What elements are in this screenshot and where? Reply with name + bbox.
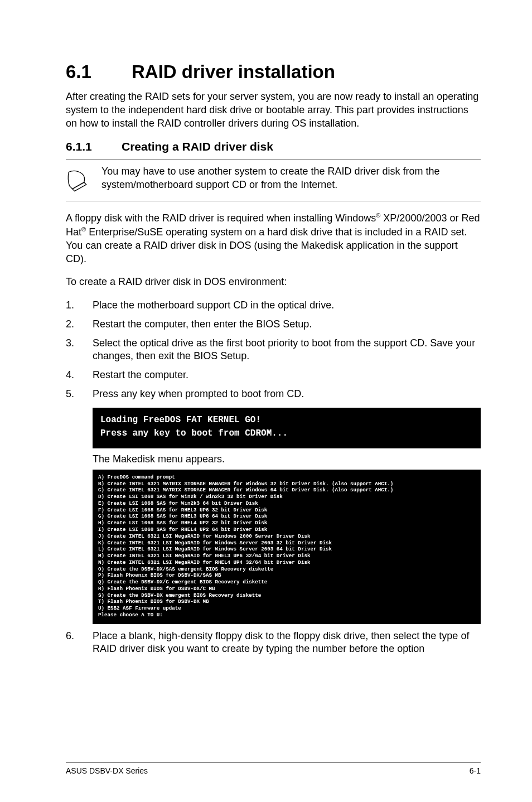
menu-line: F) Create LSI 1068 SAS for RHEL3 UP6 32 … [98,507,475,514]
menu-line: N) Create INTEL 6321 LSI MegaRAID for RH… [98,559,475,566]
footer-left: ASUS DSBV-DX Series [66,766,148,775]
subsection-title: 6.1.1Creating a RAID driver disk [66,140,481,153]
requirement-paragraph: A floppy disk with the RAID driver is re… [66,211,481,265]
step-text: Select the optical drive as the first bo… [93,337,481,364]
step-number: 3. [66,337,93,364]
menu-line: H) Create LSI 1068 SAS for RHEL4 UP2 32 … [98,520,475,526]
note-callout: You may have to use another system to cr… [66,159,481,201]
step-number: 1. [66,299,93,312]
step-item: 2.Restart the computer, then enter the B… [66,318,481,331]
note-icon [66,165,101,194]
menu-line: C) Create INTEL 6321 MATRIX STORAGE MANA… [98,487,475,494]
step-item: 6.Place a blank, high-density floppy dis… [66,630,481,656]
menu-line: Q) Create the DSBV-DX/C emergent BIOS Re… [98,579,475,586]
makedisk-caption: The Makedisk menu appears. [93,453,481,466]
menu-line: I) Create LSI 1068 SAS for RHEL4 UP2 64 … [98,526,475,533]
section-heading-text: RAID driver installation [132,61,335,82]
step-number: 4. [66,369,93,382]
menu-line: J) Create INTEL 6321 LSI MegaRAID for Wi… [98,533,475,540]
step-text: Place the motherboard support CD in the … [93,299,334,312]
menu-line: A) FreeDOS command prompt [98,474,475,481]
req-text-a: A floppy disk with the RAID driver is re… [66,212,376,224]
note-text: You may have to use another system to cr… [101,165,481,192]
registered-mark-2: ® [81,226,86,233]
menu-line: G) Create LSI 1068 SAS for RHEL3 UP6 64 … [98,513,475,520]
lead-in-paragraph: To create a RAID driver disk in DOS envi… [66,276,481,289]
menu-line: D) Create LSI 1068 SAS for Win2k / Win2k… [98,494,475,500]
terminal-line: Press any key to boot from CDROM... [100,427,473,441]
steps-list: 1.Place the motherboard support CD in th… [66,299,481,401]
terminal-boot-prompt: Loading FreeDOS FAT KERNEL GO! Press any… [93,408,481,449]
subsection-number: 6.1.1 [66,140,122,153]
step-text: Restart the computer. [93,369,188,382]
menu-line: B) Create INTEL 6321 MATRIX STORAGE MANA… [98,481,475,487]
section-number: 6.1 [66,61,132,83]
page-footer: ASUS DSBV-DX Series 6-1 [66,762,481,775]
section-title: 6.1RAID driver installation [66,61,481,83]
pencil-note-icon [66,168,89,192]
step-item: 5.Press any key when prompted to boot fr… [66,388,481,401]
terminal-line: Loading FreeDOS FAT KERNEL GO! [100,413,473,427]
step-text: Press any key when prompted to boot from… [93,388,304,401]
menu-line: L) Create INTEL 6321 LSI MegaRAID for Wi… [98,546,475,553]
steps-list-cont: 6.Place a blank, high-density floppy dis… [66,630,481,656]
step-item: 3.Select the optical drive as the first … [66,337,481,364]
menu-line: T) Flash Phoenix BIOS for DSBV-DX MB [98,598,475,605]
subsection-heading-text: Creating a RAID driver disk [122,140,273,153]
step-text: Place a blank, high-density floppy disk … [93,630,481,656]
req-text-c: Enterprise/SuSE operating system on a ha… [66,226,467,264]
menu-line: O) Create the DSBV-DX/SAS emergent BIOS … [98,566,475,573]
menu-line: S) Create the DSBV-DX emergent BIOS Reco… [98,592,475,599]
intro-paragraph: After creating the RAID sets for your se… [66,90,481,130]
menu-line: K) Create INTEL 6321 LSI MegaRAID for Wi… [98,540,475,547]
step-item: 4.Restart the computer. [66,369,481,382]
step-item: 1.Place the motherboard support CD in th… [66,299,481,312]
menu-line: E) Create LSI 1068 SAS for Win2k3 64 bit… [98,500,475,507]
terminal-makedisk-menu: A) FreeDOS command prompt B) Create INTE… [93,470,481,624]
menu-line: P) Flash Phoenix BIOS for DSBV-DX/SAS MB [98,572,475,579]
footer-page-number: 6-1 [470,766,481,775]
step-number: 2. [66,318,93,331]
step-text: Restart the computer, then enter the BIO… [93,318,312,331]
step-number: 5. [66,388,93,401]
menu-line: M) Create INTEL 6321 LSI MegaRAID for RH… [98,553,475,559]
menu-line: R) Flash Phoenix BIOS for DSBV-DX/C MB [98,586,475,592]
step-number: 6. [66,630,93,656]
menu-line: Please choose A TO U: [98,612,475,619]
menu-line: U) ESB2 ASF Firmware update [98,605,475,612]
